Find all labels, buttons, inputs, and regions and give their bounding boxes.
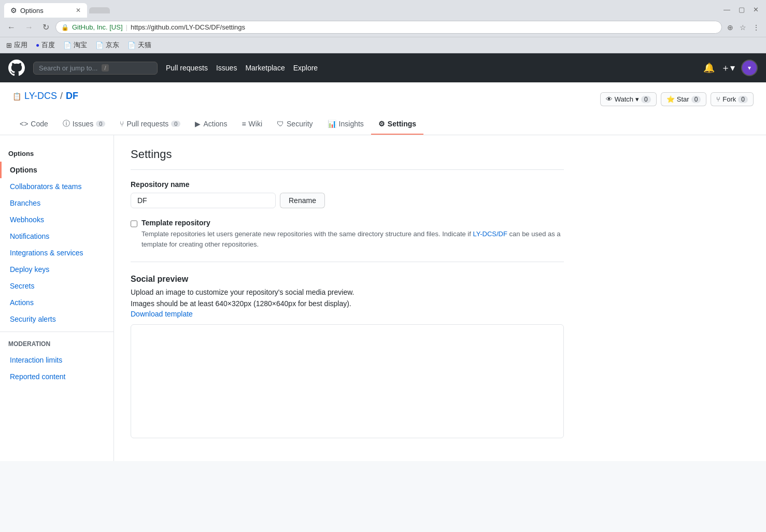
bookmark-apps[interactable]: ⊞ 应用 [4,39,30,51]
template-label: Template repository [141,219,210,227]
bookmark-tmall[interactable]: 📄 天猫 [125,39,153,51]
sidebar-moderation-header: Moderation [0,336,114,352]
repo-name-section: Repository name Rename [131,180,564,208]
template-desc-link[interactable]: LY-DCS/DF [473,230,507,238]
settings-page-title: Settings [131,148,564,170]
social-preview-note: Images should be at least 640×320px (128… [131,299,564,308]
notifications-btn[interactable]: 🔔 [703,62,715,74]
tab-security-label: Security [287,120,313,128]
repo-icon: 📋 [12,92,21,100]
tab-wiki[interactable]: ≡ Wiki [234,114,269,135]
sidebar-item-collaborators[interactable]: Collaborators & teams [0,178,114,195]
fork-icon: ⑂ [716,95,720,103]
sidebar-item-actions[interactable]: Actions [0,294,114,311]
bookmark-taobao-label: 淘宝 [74,40,87,50]
jd-icon: 📄 [95,41,104,49]
sidebar-item-deploy-keys[interactable]: Deploy keys [0,261,114,278]
taobao-icon: 📄 [63,41,72,49]
moderation-label: Moderation [8,340,50,348]
plus-btn[interactable]: ＋▾ [721,62,735,74]
back-btn[interactable]: ← [4,22,19,33]
repo-owner-link[interactable]: LY-DCS [24,91,57,102]
sidebar-divider [0,332,114,332]
nav-marketplace[interactable]: Marketplace [245,64,285,72]
fork-btn[interactable]: ⑂ Fork 0 [711,92,754,106]
tab-pull-requests[interactable]: ⑂ Pull requests 0 [112,114,188,135]
sidebar-item-options[interactable]: Options [0,162,114,178]
github-nav: Pull requests Issues Marketplace Explore [166,64,318,72]
browser-toolbar-right: ⊕ ☆ ⋮ [725,21,762,34]
restore-btn[interactable]: ▢ [735,5,748,15]
star-icon: ⭐ [666,95,675,103]
sidebar-item-integrations[interactable]: Integrations & services [0,245,114,261]
forward-btn[interactable]: → [22,22,36,33]
search-box[interactable]: Search or jump to... / [33,62,158,75]
tab-actions[interactable]: ▶ Actions [188,114,234,135]
avatar[interactable]: ▾ [741,60,758,76]
repo-header: 📋 LY-DCS / DF 👁 Watch ▾ 0 ⭐ Star 0 ⑂ For… [0,82,766,135]
tab-title: Options [20,7,44,15]
sidebar-item-secrets[interactable]: Secrets [0,278,114,294]
browser-titlebar: ⚙ Options ✕ — ▢ ✕ [0,0,766,18]
social-preview-title: Social preview [131,275,564,284]
tab-close-btn[interactable]: ✕ [76,7,81,14]
sidebar-item-security-alerts[interactable]: Security alerts [0,311,114,327]
eye-icon: 👁 [606,95,613,103]
star-btn[interactable]: ⭐ Star 0 [661,92,707,106]
rename-button[interactable]: Rename [280,193,325,208]
repo-name-link[interactable]: DF [66,91,78,102]
breadcrumb-separator: / [60,91,63,102]
tab-settings[interactable]: ⚙ Settings [371,114,423,135]
sidebar-item-branches[interactable]: Branches [0,195,114,211]
issues-badge: 0 [96,121,105,127]
github-logo[interactable] [8,60,25,76]
bookmark-btn[interactable]: ☆ [737,21,748,34]
browser-toolbar: ← → ↻ 🔒 GitHub, Inc. [US] | https://gith… [0,18,766,37]
tab-insights[interactable]: 📊 Insights [320,114,371,135]
sidebar-item-reported-content[interactable]: Reported content [0,368,114,385]
code-icon: <> [20,120,28,128]
sidebar-item-webhooks[interactable]: Webhooks [0,211,114,228]
search-shortcut: / [102,64,108,71]
browser-chrome: ⚙ Options ✕ — ▢ ✕ ← → ↻ 🔒 GitHub, Inc. [… [0,0,766,53]
template-desc-part1: Template repositories let users generate… [141,230,473,238]
tab-security[interactable]: 🛡 Security [269,114,320,135]
close-btn[interactable]: ✕ [750,5,762,15]
apps-icon: ⊞ [6,41,12,49]
nav-issues[interactable]: Issues [216,64,237,72]
translate-btn[interactable]: ⊕ [725,21,735,34]
bookmark-baidu[interactable]: ● 百度 [34,39,57,51]
insights-icon: 📊 [328,120,336,128]
lock-icon: 🔒 [61,24,69,31]
template-checkbox[interactable] [131,220,137,227]
sidebar-item-interaction-limits[interactable]: Interaction limits [0,352,114,368]
fork-count: 0 [738,96,748,103]
nav-explore[interactable]: Explore [293,64,318,72]
more-btn[interactable]: ⋮ [750,21,762,34]
repo-name-input[interactable] [131,193,276,208]
minimize-btn[interactable]: — [720,5,733,15]
bookmark-taobao[interactable]: 📄 淘宝 [61,39,89,51]
wiki-icon: ≡ [242,120,246,128]
watch-btn[interactable]: 👁 Watch ▾ 0 [600,92,657,106]
tab-favicon: ⚙ [10,6,17,15]
tab-issues-label: Issues [73,120,93,128]
content-wrapper: Options Options Collaborators & teams Br… [0,135,766,461]
tab-issues[interactable]: ⓘ Issues 0 [55,114,113,135]
bookmark-baidu-label: 百度 [41,40,55,50]
search-placeholder: Search or jump to... [39,64,97,72]
browser-url: https://github.com/LY-DCS/DF/settings [131,23,245,31]
bookmark-jd[interactable]: 📄 京东 [93,39,121,51]
star-count: 0 [691,96,701,103]
blank-tab[interactable] [89,7,110,13]
tab-code[interactable]: <> Code [12,114,55,135]
repo-tabs: <> Code ⓘ Issues 0 ⑂ Pull requests 0 ▶ A… [12,114,754,135]
repo-name-form-row: Rename [131,193,564,208]
address-bar[interactable]: 🔒 GitHub, Inc. [US] | https://github.com… [55,21,722,34]
active-tab[interactable]: ⚙ Options ✕ [4,3,87,18]
nav-pull-requests[interactable]: Pull requests [166,64,208,72]
sidebar-item-notifications[interactable]: Notifications [0,228,114,245]
reload-btn[interactable]: ↻ [39,21,52,33]
download-template-link[interactable]: Download template [131,310,193,318]
pr-badge: 0 [171,121,180,127]
